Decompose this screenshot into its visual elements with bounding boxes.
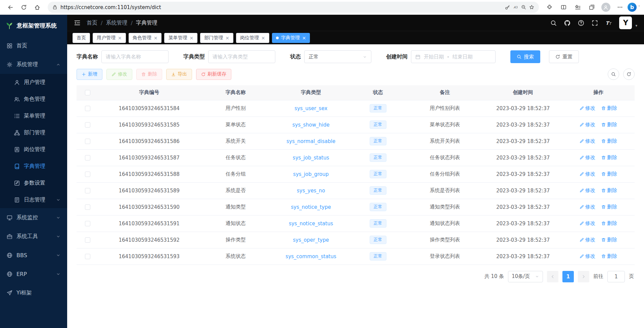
date-range-picker[interactable]: 开始日期 - 结束日期 <box>411 50 496 63</box>
row-checkbox[interactable] <box>85 237 90 243</box>
page-size-select[interactable]: 10条/页 <box>508 271 543 282</box>
font-size-icon[interactable]: TT <box>605 20 612 26</box>
add-button[interactable]: 新增 <box>77 69 102 80</box>
dict-type-link[interactable]: sys_oper_type <box>293 237 329 243</box>
row-edit-link[interactable]: 修改 <box>580 220 595 227</box>
profile-button[interactable] <box>599 1 612 13</box>
tab-close-icon[interactable]: × <box>225 36 229 40</box>
search-button[interactable]: 搜索 <box>510 50 540 63</box>
row-checkbox[interactable] <box>85 204 90 210</box>
refresh-table-button[interactable] <box>623 68 635 80</box>
breadcrumb-system[interactable]: 系统管理 <box>106 19 127 27</box>
row-delete-link[interactable]: 删除 <box>601 171 617 177</box>
row-checkbox[interactable] <box>85 122 90 128</box>
sidebar-item-tool[interactable]: 系统工具 <box>0 227 67 246</box>
extensions-button[interactable] <box>543 1 556 13</box>
dict-type-link[interactable]: sys_normal_disable <box>286 138 335 144</box>
tab-user[interactable]: 用户管理× <box>93 33 126 43</box>
row-delete-link[interactable]: 删除 <box>601 154 617 161</box>
address-bar[interactable]: https://ccnetcore.com:1101/system/dict A <box>48 2 539 13</box>
collections-button[interactable] <box>585 1 598 13</box>
row-delete-link[interactable]: 删除 <box>601 105 617 111</box>
status-select[interactable]: 正常 <box>304 50 371 63</box>
sidebar-item-erp[interactable]: ERP <box>0 265 67 283</box>
row-delete-link[interactable]: 删除 <box>601 138 617 144</box>
dict-type-link[interactable]: sys_notice_type <box>291 204 331 210</box>
row-checkbox[interactable] <box>85 106 90 111</box>
sidebar-item-monitor[interactable]: 系统监控 <box>0 208 67 227</box>
sidebar-item-user[interactable]: 用户管理 <box>0 74 67 91</box>
dict-name-input[interactable] <box>101 50 169 63</box>
select-all-checkbox[interactable] <box>85 90 90 95</box>
tab-dict[interactable]: 字典管理× <box>272 33 310 43</box>
tab-close-icon[interactable]: × <box>261 36 265 40</box>
row-delete-link[interactable]: 删除 <box>601 204 617 210</box>
export-button[interactable]: 导出 <box>166 69 192 80</box>
tab-close-icon[interactable]: × <box>189 36 193 40</box>
bing-chat-button[interactable]: b <box>628 3 637 12</box>
password-key-icon[interactable] <box>505 5 510 10</box>
sidebar-toggle-icon[interactable] <box>74 19 81 26</box>
back-button[interactable] <box>4 1 17 13</box>
row-edit-link[interactable]: 修改 <box>580 253 595 260</box>
tab-close-icon[interactable]: × <box>154 36 158 40</box>
tab-home[interactable]: 首页 <box>73 33 90 43</box>
row-delete-link[interactable]: 删除 <box>601 253 617 260</box>
sidebar-item-dept[interactable]: 部门管理 <box>0 124 67 141</box>
row-checkbox[interactable] <box>85 139 90 144</box>
refresh-cache-button[interactable]: 刷新缓存 <box>196 69 231 80</box>
page-number-1[interactable]: 1 <box>562 271 574 282</box>
zoom-icon[interactable] <box>521 5 526 10</box>
header-search-icon[interactable] <box>550 20 557 26</box>
row-edit-link[interactable]: 修改 <box>580 237 595 243</box>
row-checkbox[interactable] <box>85 155 90 160</box>
row-delete-link[interactable]: 删除 <box>601 122 617 128</box>
sidebar-item-post[interactable]: 岗位管理 <box>0 141 67 158</box>
sidebar-item-log[interactable]: 日志管理 <box>0 191 67 208</box>
row-delete-link[interactable]: 删除 <box>601 187 617 194</box>
tab-role[interactable]: 角色管理× <box>129 33 162 43</box>
read-aloud-icon[interactable]: A <box>513 5 518 10</box>
fullscreen-icon[interactable] <box>592 20 598 26</box>
sidebar-item-dict[interactable]: 字典管理 <box>0 158 67 175</box>
row-checkbox[interactable] <box>85 188 90 193</box>
row-edit-link[interactable]: 修改 <box>580 122 595 128</box>
sidebar-item-param[interactable]: 参数设置 <box>0 175 67 191</box>
dict-type-link[interactable]: sys_job_group <box>293 171 329 177</box>
row-checkbox[interactable] <box>85 254 90 259</box>
dict-type-link[interactable]: sys_job_status <box>293 155 329 161</box>
tab-close-icon[interactable]: × <box>302 36 306 40</box>
goto-page-input[interactable] <box>607 271 625 282</box>
row-edit-link[interactable]: 修改 <box>580 171 595 177</box>
sidebar-item-bbs[interactable]: BBS <box>0 246 67 265</box>
dict-type-link[interactable]: sys_yes_no <box>297 188 325 194</box>
row-edit-link[interactable]: 修改 <box>580 154 595 161</box>
prev-page-button[interactable] <box>547 271 558 282</box>
delete-button[interactable]: 删除 <box>136 69 162 80</box>
split-screen-button[interactable] <box>557 1 570 13</box>
row-edit-link[interactable]: 修改 <box>580 105 595 111</box>
dict-type-input[interactable] <box>208 50 275 63</box>
dict-type-link[interactable]: sys_common_status <box>286 253 336 260</box>
tab-close-icon[interactable]: × <box>118 36 122 40</box>
row-edit-link[interactable]: 修改 <box>580 187 595 194</box>
sidebar-item-role[interactable]: 角色管理 <box>0 91 67 107</box>
tab-dept[interactable]: 部门管理× <box>200 33 233 43</box>
sidebar-item-home[interactable]: 首页 <box>0 36 67 55</box>
reset-button[interactable]: 重置 <box>549 50 579 63</box>
url-text[interactable]: https://ccnetcore.com:1101/system/dict <box>60 4 502 10</box>
app-logo[interactable]: 意框架管理系统 <box>0 15 67 36</box>
tab-menu[interactable]: 菜单管理× <box>164 33 197 43</box>
bing-caret-icon[interactable]: ˅ <box>638 5 640 9</box>
tab-post[interactable]: 岗位管理× <box>236 33 269 43</box>
edit-button[interactable]: 修改 <box>106 69 132 80</box>
avatar-caret-icon[interactable]: ▾ <box>635 24 637 29</box>
settings-more-button[interactable] <box>613 1 626 13</box>
toggle-search-button[interactable] <box>608 68 619 80</box>
next-page-button[interactable] <box>578 271 589 282</box>
row-delete-link[interactable]: 删除 <box>601 237 617 243</box>
dict-type-link[interactable]: sys_user_sex <box>294 105 327 111</box>
row-edit-link[interactable]: 修改 <box>580 204 595 210</box>
row-delete-link[interactable]: 删除 <box>601 220 617 227</box>
github-icon[interactable] <box>564 20 570 26</box>
